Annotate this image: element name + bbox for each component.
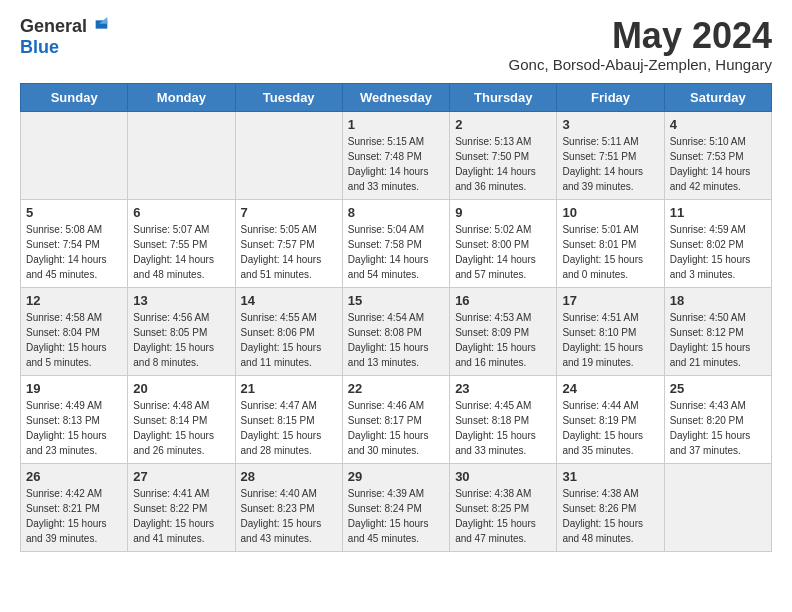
day-number: 12 — [26, 293, 122, 308]
calendar-day-cell: 27Sunrise: 4:41 AMSunset: 8:22 PMDayligh… — [128, 463, 235, 551]
calendar-week-row: 12Sunrise: 4:58 AMSunset: 8:04 PMDayligh… — [21, 287, 772, 375]
day-info: Sunrise: 4:59 AMSunset: 8:02 PMDaylight:… — [670, 222, 766, 282]
calendar-day-cell: 15Sunrise: 4:54 AMSunset: 8:08 PMDayligh… — [342, 287, 449, 375]
day-info: Sunrise: 4:48 AMSunset: 8:14 PMDaylight:… — [133, 398, 229, 458]
day-info: Sunrise: 5:07 AMSunset: 7:55 PMDaylight:… — [133, 222, 229, 282]
calendar-day-cell: 21Sunrise: 4:47 AMSunset: 8:15 PMDayligh… — [235, 375, 342, 463]
day-info: Sunrise: 5:02 AMSunset: 8:00 PMDaylight:… — [455, 222, 551, 282]
day-number: 4 — [670, 117, 766, 132]
calendar-header-cell: Tuesday — [235, 83, 342, 111]
day-number: 7 — [241, 205, 337, 220]
calendar-day-cell: 4Sunrise: 5:10 AMSunset: 7:53 PMDaylight… — [664, 111, 771, 199]
calendar-day-cell: 28Sunrise: 4:40 AMSunset: 8:23 PMDayligh… — [235, 463, 342, 551]
day-number: 19 — [26, 381, 122, 396]
calendar-day-cell — [664, 463, 771, 551]
calendar-day-cell: 11Sunrise: 4:59 AMSunset: 8:02 PMDayligh… — [664, 199, 771, 287]
day-info: Sunrise: 5:13 AMSunset: 7:50 PMDaylight:… — [455, 134, 551, 194]
day-number: 22 — [348, 381, 444, 396]
calendar-day-cell: 20Sunrise: 4:48 AMSunset: 8:14 PMDayligh… — [128, 375, 235, 463]
header: General Blue May 2024 Gonc, Borsod-Abauj… — [20, 16, 772, 73]
day-info: Sunrise: 4:41 AMSunset: 8:22 PMDaylight:… — [133, 486, 229, 546]
day-info: Sunrise: 4:44 AMSunset: 8:19 PMDaylight:… — [562, 398, 658, 458]
day-info: Sunrise: 4:49 AMSunset: 8:13 PMDaylight:… — [26, 398, 122, 458]
day-number: 20 — [133, 381, 229, 396]
calendar-day-cell: 2Sunrise: 5:13 AMSunset: 7:50 PMDaylight… — [450, 111, 557, 199]
calendar-day-cell: 13Sunrise: 4:56 AMSunset: 8:05 PMDayligh… — [128, 287, 235, 375]
calendar-day-cell: 18Sunrise: 4:50 AMSunset: 8:12 PMDayligh… — [664, 287, 771, 375]
day-number: 24 — [562, 381, 658, 396]
day-number: 2 — [455, 117, 551, 132]
day-info: Sunrise: 4:55 AMSunset: 8:06 PMDaylight:… — [241, 310, 337, 370]
day-info: Sunrise: 5:05 AMSunset: 7:57 PMDaylight:… — [241, 222, 337, 282]
calendar-day-cell: 12Sunrise: 4:58 AMSunset: 8:04 PMDayligh… — [21, 287, 128, 375]
calendar-header-cell: Wednesday — [342, 83, 449, 111]
calendar-day-cell: 8Sunrise: 5:04 AMSunset: 7:58 PMDaylight… — [342, 199, 449, 287]
logo-general-text: General — [20, 16, 87, 37]
day-number: 17 — [562, 293, 658, 308]
day-number: 23 — [455, 381, 551, 396]
calendar-day-cell: 5Sunrise: 5:08 AMSunset: 7:54 PMDaylight… — [21, 199, 128, 287]
day-number: 14 — [241, 293, 337, 308]
calendar-header-row: SundayMondayTuesdayWednesdayThursdayFrid… — [21, 83, 772, 111]
calendar-table: SundayMondayTuesdayWednesdayThursdayFrid… — [20, 83, 772, 552]
page: General Blue May 2024 Gonc, Borsod-Abauj… — [0, 0, 792, 568]
day-number: 1 — [348, 117, 444, 132]
day-number: 31 — [562, 469, 658, 484]
day-number: 26 — [26, 469, 122, 484]
calendar-day-cell: 9Sunrise: 5:02 AMSunset: 8:00 PMDaylight… — [450, 199, 557, 287]
day-number: 5 — [26, 205, 122, 220]
calendar-day-cell: 31Sunrise: 4:38 AMSunset: 8:26 PMDayligh… — [557, 463, 664, 551]
calendar-header-cell: Sunday — [21, 83, 128, 111]
day-info: Sunrise: 5:08 AMSunset: 7:54 PMDaylight:… — [26, 222, 122, 282]
day-info: Sunrise: 4:53 AMSunset: 8:09 PMDaylight:… — [455, 310, 551, 370]
day-number: 27 — [133, 469, 229, 484]
calendar-day-cell: 26Sunrise: 4:42 AMSunset: 8:21 PMDayligh… — [21, 463, 128, 551]
calendar-week-row: 1Sunrise: 5:15 AMSunset: 7:48 PMDaylight… — [21, 111, 772, 199]
day-info: Sunrise: 5:11 AMSunset: 7:51 PMDaylight:… — [562, 134, 658, 194]
calendar-day-cell: 7Sunrise: 5:05 AMSunset: 7:57 PMDaylight… — [235, 199, 342, 287]
calendar-day-cell — [21, 111, 128, 199]
day-info: Sunrise: 5:10 AMSunset: 7:53 PMDaylight:… — [670, 134, 766, 194]
calendar-header-cell: Saturday — [664, 83, 771, 111]
day-number: 25 — [670, 381, 766, 396]
calendar-day-cell: 22Sunrise: 4:46 AMSunset: 8:17 PMDayligh… — [342, 375, 449, 463]
calendar-week-row: 5Sunrise: 5:08 AMSunset: 7:54 PMDaylight… — [21, 199, 772, 287]
day-number: 30 — [455, 469, 551, 484]
logo-blue-text: Blue — [20, 37, 59, 58]
calendar-header-cell: Friday — [557, 83, 664, 111]
logo: General Blue — [20, 16, 109, 58]
day-info: Sunrise: 5:01 AMSunset: 8:01 PMDaylight:… — [562, 222, 658, 282]
calendar-day-cell: 29Sunrise: 4:39 AMSunset: 8:24 PMDayligh… — [342, 463, 449, 551]
day-number: 28 — [241, 469, 337, 484]
calendar-day-cell: 24Sunrise: 4:44 AMSunset: 8:19 PMDayligh… — [557, 375, 664, 463]
day-info: Sunrise: 4:38 AMSunset: 8:25 PMDaylight:… — [455, 486, 551, 546]
day-info: Sunrise: 4:54 AMSunset: 8:08 PMDaylight:… — [348, 310, 444, 370]
calendar-header-cell: Monday — [128, 83, 235, 111]
calendar-day-cell: 16Sunrise: 4:53 AMSunset: 8:09 PMDayligh… — [450, 287, 557, 375]
calendar-day-cell: 19Sunrise: 4:49 AMSunset: 8:13 PMDayligh… — [21, 375, 128, 463]
calendar-day-cell: 17Sunrise: 4:51 AMSunset: 8:10 PMDayligh… — [557, 287, 664, 375]
calendar-day-cell: 1Sunrise: 5:15 AMSunset: 7:48 PMDaylight… — [342, 111, 449, 199]
title-block: May 2024 Gonc, Borsod-Abauj-Zemplen, Hun… — [509, 16, 772, 73]
day-number: 8 — [348, 205, 444, 220]
calendar-day-cell: 14Sunrise: 4:55 AMSunset: 8:06 PMDayligh… — [235, 287, 342, 375]
calendar-day-cell: 23Sunrise: 4:45 AMSunset: 8:18 PMDayligh… — [450, 375, 557, 463]
day-number: 15 — [348, 293, 444, 308]
calendar-day-cell: 3Sunrise: 5:11 AMSunset: 7:51 PMDaylight… — [557, 111, 664, 199]
day-info: Sunrise: 4:56 AMSunset: 8:05 PMDaylight:… — [133, 310, 229, 370]
day-info: Sunrise: 4:50 AMSunset: 8:12 PMDaylight:… — [670, 310, 766, 370]
day-info: Sunrise: 4:46 AMSunset: 8:17 PMDaylight:… — [348, 398, 444, 458]
day-info: Sunrise: 5:04 AMSunset: 7:58 PMDaylight:… — [348, 222, 444, 282]
day-info: Sunrise: 4:38 AMSunset: 8:26 PMDaylight:… — [562, 486, 658, 546]
day-info: Sunrise: 4:40 AMSunset: 8:23 PMDaylight:… — [241, 486, 337, 546]
month-title: May 2024 — [509, 16, 772, 56]
day-number: 11 — [670, 205, 766, 220]
day-info: Sunrise: 4:58 AMSunset: 8:04 PMDaylight:… — [26, 310, 122, 370]
calendar-day-cell: 10Sunrise: 5:01 AMSunset: 8:01 PMDayligh… — [557, 199, 664, 287]
day-info: Sunrise: 5:15 AMSunset: 7:48 PMDaylight:… — [348, 134, 444, 194]
day-info: Sunrise: 4:47 AMSunset: 8:15 PMDaylight:… — [241, 398, 337, 458]
calendar-week-row: 19Sunrise: 4:49 AMSunset: 8:13 PMDayligh… — [21, 375, 772, 463]
day-number: 16 — [455, 293, 551, 308]
day-number: 3 — [562, 117, 658, 132]
calendar-day-cell — [128, 111, 235, 199]
